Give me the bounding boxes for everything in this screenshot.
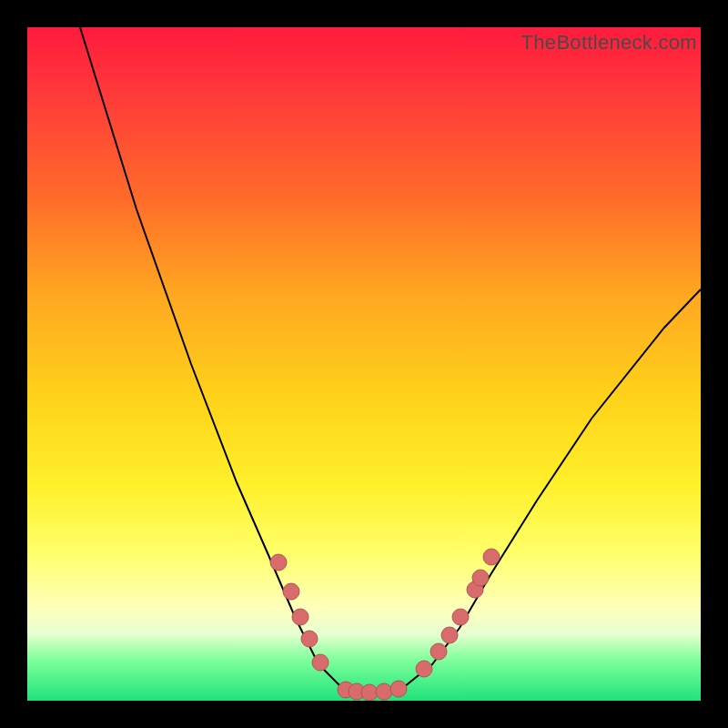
marker-dot	[441, 627, 458, 643]
marker-dot	[390, 681, 407, 697]
marker-dot	[301, 631, 318, 647]
plot-area: TheBottleneck.com	[27, 27, 701, 701]
marker-group	[270, 549, 500, 701]
marker-dot	[452, 609, 469, 625]
marker-dot	[376, 683, 392, 700]
marker-dot	[361, 684, 378, 701]
marker-dot	[312, 654, 329, 671]
marker-dot	[472, 570, 489, 586]
v-curve-path	[80, 27, 701, 692]
marker-dot	[416, 661, 432, 677]
chart-frame: TheBottleneck.com	[0, 0, 728, 728]
marker-dot	[270, 554, 287, 571]
marker-dot	[292, 609, 308, 625]
marker-dot	[483, 549, 500, 565]
marker-dot	[283, 583, 299, 600]
bottleneck-curve	[27, 27, 701, 701]
marker-dot	[430, 643, 447, 660]
